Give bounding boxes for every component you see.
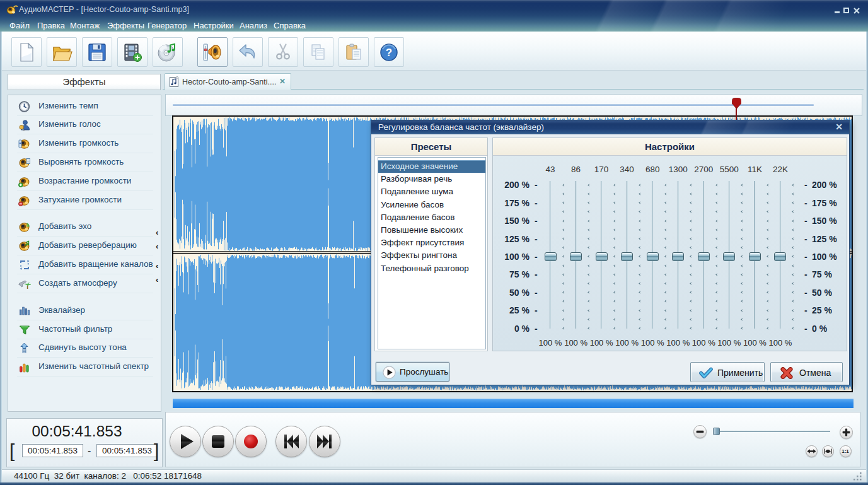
svg-text:?: ? — [386, 47, 392, 59]
